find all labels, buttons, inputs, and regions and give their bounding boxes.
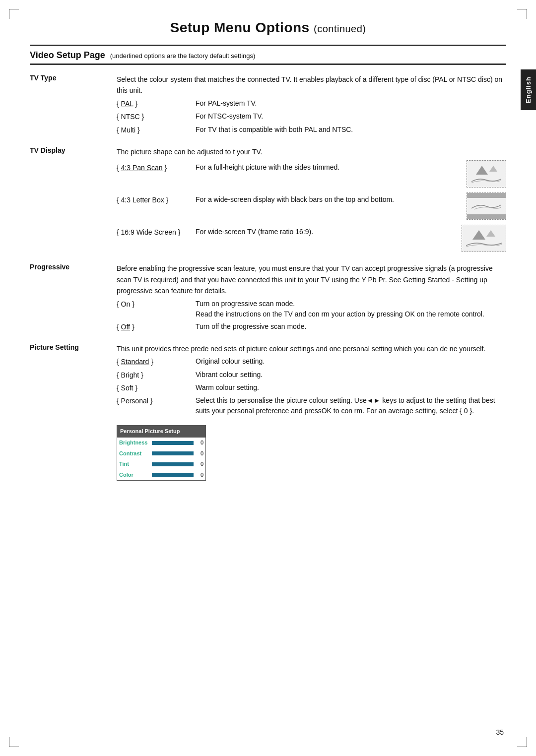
corner-mark-bl bbox=[9, 737, 19, 747]
wide-screen-option: { 16:9 Wide Screen } For wide-screen TV … bbox=[117, 225, 506, 252]
tv-display-intro: The picture shape can be adjusted to t y… bbox=[117, 146, 506, 157]
option-key-pal: { PAL } bbox=[117, 98, 194, 109]
progressive-option-off: { Off } Turn off the progressive scan mo… bbox=[117, 321, 506, 332]
psr-bar-contrast bbox=[152, 451, 194, 455]
option-key-multi: { Multi } bbox=[117, 125, 194, 135]
progressive-content: Before enabling the progressive scan fea… bbox=[117, 263, 506, 332]
page-container: English Setup Menu Options (continued) V… bbox=[0, 0, 536, 756]
tv-img-pan-scan bbox=[467, 160, 506, 188]
psr-value-brightness: 0 bbox=[196, 439, 203, 447]
picture-setting-standard: { Standard } Original colour setting. bbox=[117, 356, 506, 367]
page-title: Setup Menu Options (continued) bbox=[30, 20, 506, 36]
wide-screen-block: { 16:9 Wide Screen } For wide-screen TV … bbox=[117, 227, 456, 238]
page-number: 35 bbox=[496, 728, 504, 736]
letter-box-block: { 4:3 Letter Box } For a wide-screen dis… bbox=[117, 194, 461, 205]
psr-value-tint: 0 bbox=[196, 460, 203, 469]
option-val-personal: Select this to personalise the picture c… bbox=[196, 395, 506, 416]
option-key-standard: { Standard } bbox=[117, 356, 194, 367]
wide-screen-text: { 16:9 Wide Screen } For wide-screen TV … bbox=[117, 225, 456, 238]
personal-setup-title: Personal Picture Setup bbox=[117, 426, 205, 438]
title-text: Setup Menu Options bbox=[170, 20, 309, 35]
tv-img-letter-box bbox=[467, 192, 506, 220]
personal-picture-setup-box: Personal Picture Setup Brightness 0 Cont… bbox=[117, 425, 206, 481]
option-key-personal: { Personal } bbox=[117, 395, 194, 406]
psr-value-color: 0 bbox=[196, 471, 203, 480]
option-key-on: { On } bbox=[117, 299, 194, 310]
picture-setting-soft: { Soft } Warm colour setting. bbox=[117, 382, 506, 393]
section-subtitle: (underlined options are the factory defa… bbox=[110, 52, 256, 60]
tv-display-label: TV Display bbox=[30, 146, 117, 154]
option-key-pan-scan: { 4:3 Pan Scan } bbox=[117, 162, 194, 173]
tv-type-content: Select the colour system that matches th… bbox=[117, 74, 506, 135]
corner-mark-tr bbox=[517, 9, 527, 19]
progressive-option-on: { On } Turn on progressive scan mode.Rea… bbox=[117, 299, 506, 319]
letter-box-option: { 4:3 Letter Box } For a wide-screen dis… bbox=[117, 192, 506, 220]
option-key-off: { Off } bbox=[117, 321, 194, 332]
option-key-wide-screen: { 16:9 Wide Screen } bbox=[117, 227, 194, 238]
pan-scan-text: { 4:3 Pan Scan } For a full-height pictu… bbox=[117, 160, 461, 173]
option-val-ntsc: For NTSC-system TV. bbox=[196, 111, 506, 122]
letter-box-bottom-bar bbox=[467, 214, 506, 219]
picture-setting-content: This unit provides three prede ned sets … bbox=[117, 343, 506, 481]
section-title: Video Setup Page bbox=[30, 50, 105, 61]
picture-setting-personal: { Personal } Select this to personalise … bbox=[117, 395, 506, 416]
psr-label-contrast: Contrast bbox=[119, 449, 150, 458]
psr-value-contrast: 0 bbox=[196, 449, 203, 458]
option-val-soft: Warm colour setting. bbox=[196, 382, 506, 393]
tv-type-option-pal: { PAL } For PAL-system TV. bbox=[117, 98, 506, 109]
option-key-letter-box: { 4:3 Letter Box } bbox=[117, 194, 194, 205]
picture-setting-label: Picture Setting bbox=[30, 343, 117, 351]
option-val-multi: For TV that is compatible with both PAL … bbox=[196, 125, 506, 135]
personal-setup-row-contrast: Contrast 0 bbox=[117, 448, 205, 459]
letter-box-text: { 4:3 Letter Box } For a wide-screen dis… bbox=[117, 192, 461, 205]
option-val-pan-scan: For a full-height picture with the sides… bbox=[196, 162, 461, 173]
option-val-bright: Vibrant colour setting. bbox=[196, 370, 506, 380]
progressive-row: Progressive Before enabling the progress… bbox=[30, 263, 506, 332]
progressive-label: Progressive bbox=[30, 263, 117, 271]
tv-type-intro: Select the colour system that matches th… bbox=[117, 74, 506, 96]
picture-setting-row: Picture Setting This unit provides three… bbox=[30, 343, 506, 481]
option-val-wide-screen: For wide-screen TV (frame ratio 16:9). bbox=[196, 227, 456, 237]
letter-box-content bbox=[467, 198, 506, 214]
section-header: Video Setup Page (underlined options are… bbox=[30, 45, 506, 65]
psr-bar-tint bbox=[152, 462, 194, 466]
letter-box-top-bar bbox=[467, 193, 506, 198]
psr-bar-color bbox=[152, 473, 194, 477]
option-key-soft: { Soft } bbox=[117, 382, 194, 393]
corner-mark-br bbox=[517, 737, 527, 747]
progressive-intro: Before enabling the progressive scan fea… bbox=[117, 263, 506, 296]
option-key-bright: { Bright } bbox=[117, 370, 194, 380]
option-val-standard: Original colour setting. bbox=[196, 356, 506, 367]
tv-display-row: TV Display The picture shape can be adju… bbox=[30, 146, 506, 252]
personal-setup-row-color: Color 0 bbox=[117, 470, 205, 481]
option-val-off: Turn off the progressive scan mode. bbox=[196, 321, 506, 332]
psr-label-tint: Tint bbox=[119, 460, 150, 469]
option-val-on: Turn on progressive scan mode.Read the i… bbox=[196, 299, 506, 319]
option-val-pal: For PAL-system TV. bbox=[196, 98, 506, 109]
picture-setting-bright: { Bright } Vibrant colour setting. bbox=[117, 370, 506, 380]
psr-bar-brightness bbox=[152, 441, 194, 445]
pan-scan-option: { 4:3 Pan Scan } For a full-height pictu… bbox=[117, 160, 506, 188]
tv-img-wide-screen bbox=[462, 225, 506, 252]
tv-type-row: TV Type Select the colour system that ma… bbox=[30, 74, 506, 135]
pan-scan-block: { 4:3 Pan Scan } For a full-height pictu… bbox=[117, 162, 461, 173]
option-key-ntsc: { NTSC } bbox=[117, 111, 194, 122]
option-val-letter-box: For a wide-screen display with black bar… bbox=[196, 194, 461, 205]
picture-setting-intro: This unit provides three prede ned sets … bbox=[117, 343, 506, 354]
continued-text: (continued) bbox=[314, 23, 366, 34]
personal-setup-row-tint: Tint 0 bbox=[117, 459, 205, 470]
tv-type-label: TV Type bbox=[30, 74, 117, 82]
personal-setup-row-brightness: Brightness 0 bbox=[117, 438, 205, 448]
tv-type-option-multi: { Multi } For TV that is compatible with… bbox=[117, 125, 506, 135]
psr-label-color: Color bbox=[119, 471, 150, 480]
corner-mark-tl bbox=[9, 9, 19, 19]
psr-label-brightness: Brightness bbox=[119, 439, 150, 447]
tv-type-option-ntsc: { NTSC } For NTSC-system TV. bbox=[117, 111, 506, 122]
english-tab: English bbox=[521, 69, 536, 110]
tv-display-content: The picture shape can be adjusted to t y… bbox=[117, 146, 506, 252]
